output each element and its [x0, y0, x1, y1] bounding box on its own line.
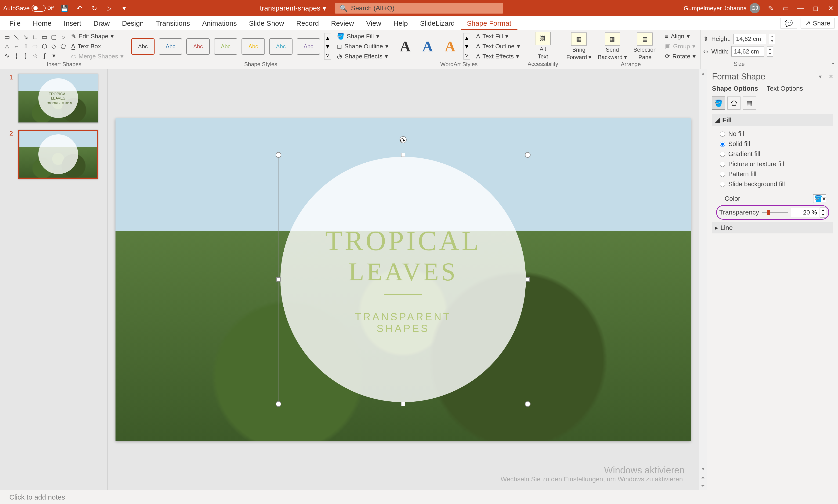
shape-wave-icon[interactable]: ∿	[3, 52, 11, 60]
prev-slide-icon[interactable]: ⏶	[699, 473, 707, 482]
tab-home[interactable]: Home	[27, 16, 57, 30]
shape-connector-icon[interactable]: ∟	[31, 33, 39, 41]
wordart-thumb[interactable]: A	[396, 38, 414, 55]
shape-roundrect-icon[interactable]: ▢	[50, 33, 58, 41]
tab-animations[interactable]: Animations	[196, 16, 243, 30]
bring-forward-button[interactable]: ▦ Bring Forward ▾	[564, 33, 594, 60]
solid-fill-radio[interactable]: Solid fill	[720, 139, 833, 149]
text-box-button[interactable]: A̲Text Box	[69, 42, 125, 51]
slide-bg-fill-radio[interactable]: Slide background fill	[720, 179, 833, 189]
alt-text-button[interactable]: 🖼 Alt Text	[533, 32, 553, 60]
shape-diamond-icon[interactable]: ◇	[50, 42, 58, 51]
tab-shape-format[interactable]: Shape Format	[461, 16, 518, 30]
selection-pane-button[interactable]: ▤ Selection Pane	[631, 33, 659, 60]
tab-view[interactable]: View	[360, 16, 387, 30]
style-thumb[interactable]: Abc	[297, 38, 320, 55]
search-box[interactable]: 🔍 Search (Alt+Q)	[335, 3, 503, 14]
height-input[interactable]: 14,62 cm	[733, 34, 766, 44]
rotate-handle[interactable]: ⟳	[400, 136, 407, 143]
gallery-more-icon[interactable]: ▾	[50, 52, 58, 60]
fill-line-category-icon[interactable]: 🪣	[712, 96, 725, 110]
collapse-ribbon-icon[interactable]: ⌃	[831, 62, 835, 68]
document-title[interactable]: transparent-shapes ▾	[260, 4, 327, 12]
shape-lconnector-icon[interactable]: ⌐	[12, 42, 21, 51]
fill-section-header[interactable]: ◢ Fill	[712, 114, 833, 126]
pattern-fill-radio[interactable]: Pattern fill	[720, 169, 833, 179]
shapes-gallery[interactable]: ▭ ＼ ↘ ∟ ▭ ▢ ○ △ ⌐ ⇧ ⇨ ⬡ ◇ ⬠ ∿ { } ☆ ∫ ▾	[3, 33, 67, 60]
tab-record[interactable]: Record	[290, 16, 325, 30]
line-section-header[interactable]: ▸ Line	[712, 222, 833, 233]
resize-handle[interactable]	[276, 152, 281, 158]
width-input[interactable]: 14,62 cm	[731, 46, 764, 56]
style-thumb[interactable]: Abc	[242, 38, 265, 55]
gallery-up-icon[interactable]: ▴	[325, 33, 331, 42]
resize-handle[interactable]	[525, 401, 530, 407]
transparency-input[interactable]: 20 %	[791, 208, 819, 217]
shape-curve-icon[interactable]: ∫	[40, 52, 49, 60]
shape-hexagon-icon[interactable]: ⬡	[40, 42, 49, 51]
shape-textbox-icon[interactable]: ▭	[3, 33, 11, 41]
transparency-slider[interactable]	[762, 210, 788, 215]
style-thumb[interactable]: Abc	[214, 38, 237, 55]
resize-handle[interactable]	[276, 277, 281, 282]
no-fill-radio[interactable]: No fill	[720, 129, 833, 139]
shape-star-icon[interactable]: ☆	[31, 52, 39, 60]
gallery-more-icon[interactable]: ▿	[464, 51, 470, 59]
autosave-toggle[interactable]: AutoSave Off	[3, 5, 54, 12]
shape-brace-l-icon[interactable]: {	[12, 52, 21, 60]
tab-help[interactable]: Help	[387, 16, 414, 30]
close-icon[interactable]: ✕	[826, 4, 835, 12]
qat-customize-icon[interactable]: ▾	[120, 4, 128, 12]
comments-button[interactable]: 💬	[780, 18, 797, 29]
next-slide-icon[interactable]: ⏷	[699, 482, 707, 490]
maximize-icon[interactable]: ◻	[811, 4, 820, 12]
width-spinner[interactable]: ▴▾	[767, 46, 773, 56]
shape-options-tab[interactable]: Shape Options	[712, 85, 758, 92]
size-category-icon[interactable]: ▦	[743, 96, 756, 110]
picture-fill-radio[interactable]: Picture or texture fill	[720, 159, 833, 169]
text-outline-button[interactable]: AText Outline ▾	[474, 42, 522, 51]
pen-icon[interactable]: ✎	[766, 4, 775, 12]
tab-insert[interactable]: Insert	[57, 16, 87, 30]
shape-line-icon[interactable]: ＼	[12, 33, 21, 41]
style-thumb[interactable]: Abc	[186, 38, 210, 55]
shape-pentagon-icon[interactable]: ⬠	[59, 42, 67, 51]
fill-color-picker[interactable]: 🪣▾	[813, 194, 826, 203]
slide-thumbnail[interactable]	[18, 130, 98, 179]
style-thumb[interactable]: Abc	[159, 38, 182, 55]
slider-thumb[interactable]	[767, 210, 770, 215]
autosave-switch[interactable]	[32, 5, 46, 12]
resize-handle[interactable]	[525, 152, 530, 158]
tab-slidelizard[interactable]: SlideLizard	[414, 16, 460, 30]
share-button[interactable]: ↗Share	[801, 18, 835, 29]
shape-oval-icon[interactable]: ○	[59, 33, 67, 41]
send-backward-button[interactable]: ▦ Send Backward ▾	[595, 33, 629, 60]
style-thumb[interactable]: Abc	[269, 38, 293, 55]
shape-brace-r-icon[interactable]: }	[21, 52, 30, 60]
undo-icon[interactable]: ↶	[75, 4, 84, 12]
pane-close-icon[interactable]: ✕	[828, 73, 833, 80]
resize-handle[interactable]	[401, 153, 405, 157]
text-effects-button[interactable]: AText Effects ▾	[474, 52, 522, 61]
edit-shape-button[interactable]: ✎Edit Shape ▾	[69, 32, 125, 41]
shape-arrow-icon[interactable]: ↘	[21, 33, 30, 41]
shape-rect-icon[interactable]: ▭	[40, 33, 49, 41]
wordart-gallery[interactable]: A A A ▴ ▾ ▿	[396, 33, 470, 59]
resize-handle[interactable]	[276, 401, 281, 407]
pane-menu-icon[interactable]: ▾	[819, 73, 822, 80]
tab-draw[interactable]: Draw	[87, 16, 116, 30]
shape-triangle-icon[interactable]: △	[3, 42, 11, 51]
tab-file[interactable]: File	[3, 16, 27, 30]
scroll-track[interactable]	[699, 77, 707, 465]
tab-slideshow[interactable]: Slide Show	[243, 16, 290, 30]
gallery-more-icon[interactable]: ▿	[325, 51, 331, 59]
resize-handle[interactable]	[526, 277, 530, 282]
shape-effects-button[interactable]: ◔Shape Effects ▾	[335, 52, 390, 61]
style-thumb[interactable]: Abc	[131, 38, 155, 55]
wordart-thumb[interactable]: A	[419, 38, 437, 55]
notes-pane[interactable]: Click to add notes	[0, 490, 838, 504]
tab-design[interactable]: Design	[116, 16, 150, 30]
shape-outline-button[interactable]: ◻Shape Outline ▾	[335, 42, 390, 51]
save-icon[interactable]: 💾	[60, 4, 69, 12]
text-fill-button[interactable]: AText Fill ▾	[474, 32, 522, 41]
